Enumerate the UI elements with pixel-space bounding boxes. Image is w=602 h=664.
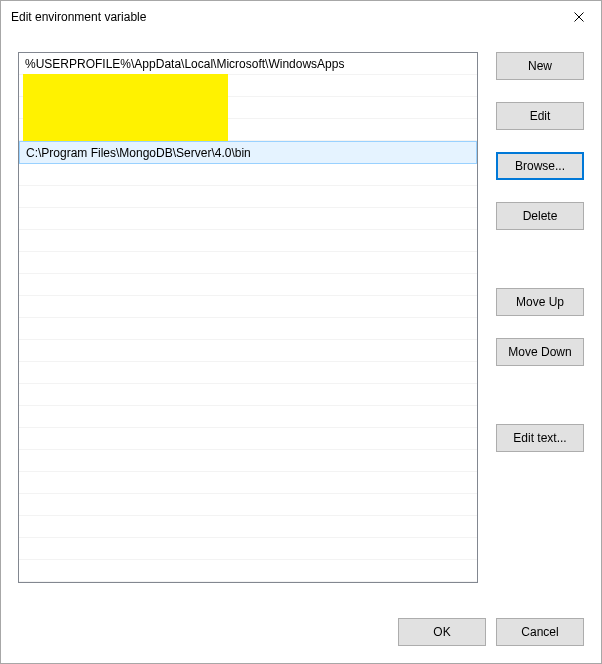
close-button[interactable] bbox=[556, 2, 601, 31]
window-title: Edit environment variable bbox=[11, 10, 146, 24]
browse-button[interactable]: Browse... bbox=[496, 152, 584, 180]
move-up-button[interactable]: Move Up bbox=[496, 288, 584, 316]
edit-button[interactable]: Edit bbox=[496, 102, 584, 130]
list-empty-row bbox=[19, 230, 477, 252]
list-empty-row bbox=[19, 384, 477, 406]
list-empty-row bbox=[19, 516, 477, 538]
list-empty-row bbox=[19, 252, 477, 274]
edit-text-button[interactable]: Edit text... bbox=[496, 424, 584, 452]
list-empty-row bbox=[19, 186, 477, 208]
footer: OK Cancel bbox=[1, 618, 601, 663]
list-item[interactable]: %USERPROFILE%\AppData\Local\Microsoft\Wi… bbox=[19, 53, 477, 75]
close-icon bbox=[574, 12, 584, 22]
new-button[interactable]: New bbox=[496, 52, 584, 80]
list-empty-row bbox=[19, 208, 477, 230]
list-empty-row bbox=[19, 428, 477, 450]
list-item[interactable]: C:\Program Files\MongoDB\Server\4.0\bin bbox=[19, 141, 477, 164]
list-empty-row bbox=[19, 164, 477, 186]
titlebar: Edit environment variable bbox=[1, 1, 601, 32]
list-empty-row bbox=[19, 274, 477, 296]
list-empty-row bbox=[19, 406, 477, 428]
list-empty-row bbox=[19, 296, 477, 318]
list-empty-row bbox=[19, 538, 477, 560]
redaction-overlay bbox=[23, 74, 228, 141]
list-empty-row bbox=[19, 560, 477, 582]
list-empty-row bbox=[19, 362, 477, 384]
list-empty-row bbox=[19, 318, 477, 340]
ok-button[interactable]: OK bbox=[398, 618, 486, 646]
list-empty-row bbox=[19, 450, 477, 472]
delete-button[interactable]: Delete bbox=[496, 202, 584, 230]
list-empty-row bbox=[19, 494, 477, 516]
list-empty-row bbox=[19, 340, 477, 362]
content-area: %USERPROFILE%\AppData\Local\Microsoft\Wi… bbox=[1, 32, 601, 618]
list-empty-row bbox=[19, 472, 477, 494]
cancel-button[interactable]: Cancel bbox=[496, 618, 584, 646]
dialog-window: Edit environment variable %USERPROFILE%\… bbox=[0, 0, 602, 664]
button-column: New Edit Browse... Delete Move Up Move D… bbox=[496, 52, 584, 608]
move-down-button[interactable]: Move Down bbox=[496, 338, 584, 366]
path-listbox[interactable]: %USERPROFILE%\AppData\Local\Microsoft\Wi… bbox=[18, 52, 478, 583]
